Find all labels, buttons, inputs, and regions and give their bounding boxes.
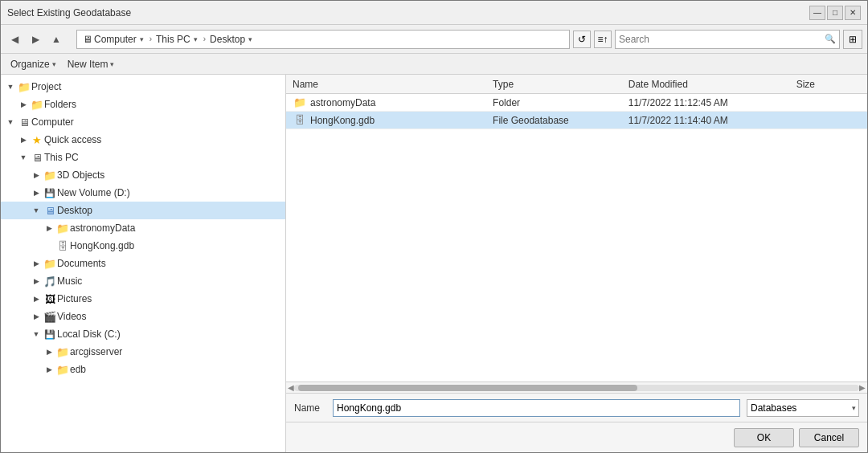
hongkong-name: HongKong.gdb — [310, 115, 375, 126]
scroll-left-arrow[interactable]: ◀ — [288, 383, 294, 392]
desktop-label: Desktop — [57, 205, 92, 216]
sidebar-item-new-volume[interactable]: ▶ 💾 New Volume (D:) — [1, 184, 285, 202]
path-sep1: › — [149, 35, 152, 43]
file-row-hongkong[interactable]: 🗄 HongKong.gdb File Geodatabase 11/7/202… — [286, 112, 867, 129]
computer-dropdown[interactable]: ▾ — [138, 35, 145, 43]
col-size-label: Size — [796, 79, 815, 90]
organize-label: Organize — [10, 59, 50, 70]
name-bar: Name Databases ▾ — [286, 393, 867, 422]
expand-folders[interactable]: ▶ — [17, 98, 30, 111]
3d-objects-icon: 📁 — [43, 168, 57, 182]
view-icon: ⊞ — [849, 34, 857, 45]
expand-this-pc[interactable]: ▼ — [17, 151, 30, 164]
expand-edb[interactable]: ▶ — [43, 363, 55, 376]
sidebar-item-astronomy-data[interactable]: ▶ 📁 astronomyData — [1, 219, 285, 237]
arcgisserver-icon: 📁 — [55, 345, 70, 359]
project-folder-icon: 📁 — [17, 80, 31, 94]
expand-new-volume[interactable]: ▶ — [30, 186, 43, 199]
expand-arcgisserver[interactable]: ▶ — [43, 345, 55, 358]
file-row-astronomy[interactable]: 📁 astronomyData Folder 11/7/2022 11:12:4… — [286, 94, 867, 112]
desktop-dropdown[interactable]: ▾ — [247, 35, 254, 43]
maximize-button[interactable]: □ — [827, 6, 843, 20]
sidebar-item-project[interactable]: ▼ 📁 Project — [1, 78, 285, 96]
sort-icon: ≡↑ — [597, 34, 608, 45]
organize-arrow: ▾ — [52, 60, 56, 68]
astronomy-name: astronomyData — [310, 97, 375, 108]
sidebar-item-pictures[interactable]: ▶ 🖼 Pictures — [1, 290, 285, 308]
sidebar-item-folders[interactable]: ▶ 📁 Folders — [1, 96, 285, 113]
organize-menu[interactable]: Organize ▾ — [6, 57, 61, 71]
edb-icon: 📁 — [55, 362, 70, 377]
minimize-button[interactable]: — — [809, 6, 825, 20]
expand-videos[interactable]: ▶ — [30, 310, 43, 323]
expand-music[interactable]: ▶ — [30, 275, 43, 288]
expand-quick-access[interactable]: ▶ — [17, 133, 30, 146]
scroll-thumb[interactable] — [298, 385, 637, 391]
music-label: Music — [57, 275, 82, 287]
up-button[interactable]: ▲ — [47, 31, 65, 48]
close-button[interactable]: ✕ — [845, 6, 861, 20]
sidebar-item-computer[interactable]: ▼ 🖥 Computer — [1, 113, 285, 131]
search-icon[interactable]: 🔍 — [825, 34, 836, 44]
hongkong-type: File Geodatabase — [493, 115, 569, 126]
ok-button[interactable]: OK — [734, 428, 794, 447]
expand-documents[interactable]: ▶ — [30, 257, 43, 270]
refresh-button[interactable]: ↺ — [573, 31, 591, 48]
col-header-type[interactable]: Type — [489, 79, 625, 90]
col-header-name[interactable]: Name — [289, 79, 489, 90]
col-header-date[interactable]: Date Modified — [625, 79, 793, 90]
content-area: ▼ 📁 Project ▶ 📁 Folders ▼ 🖥 Computer ▶ ★… — [1, 75, 867, 452]
path-desktop[interactable]: Desktop ▾ — [207, 33, 256, 46]
videos-label: Videos — [57, 311, 86, 322]
search-input[interactable] — [619, 34, 825, 45]
menubar: Organize ▾ New Item ▾ — [1, 54, 867, 75]
sidebar-item-desktop[interactable]: ▼ 🖥 Desktop — [1, 202, 285, 219]
expand-3d-objects[interactable]: ▶ — [30, 169, 43, 182]
select-geodatabase-dialog: Select Existing Geodatabase — □ ✕ ◀ ▶ ▲ … — [0, 0, 868, 453]
view-button[interactable]: ⊞ — [843, 30, 862, 49]
path-computer[interactable]: 🖥 Computer ▾ — [80, 33, 148, 46]
hongkong-row-icon: 🗄 — [293, 113, 307, 128]
name-input[interactable] — [333, 399, 740, 417]
forward-button[interactable]: ▶ — [27, 31, 44, 48]
scroll-right-arrow[interactable]: ▶ — [859, 383, 866, 392]
thispc-path-label: This PC — [156, 34, 190, 45]
expand-pictures[interactable]: ▶ — [30, 292, 43, 305]
toolbar: ◀ ▶ ▲ 🖥 Computer ▾ › This PC ▾ › Desktop… — [1, 25, 867, 54]
sidebar-item-3d-objects[interactable]: ▶ 📁 3D Objects — [1, 166, 285, 184]
cancel-label: Cancel — [814, 432, 844, 443]
sidebar-item-videos[interactable]: ▶ 🎬 Videos — [1, 308, 285, 325]
filter-wrapper: Databases ▾ — [747, 399, 859, 417]
expand-desktop[interactable]: ▼ — [30, 204, 43, 217]
back-button[interactable]: ◀ — [6, 31, 23, 48]
horizontal-scrollbar[interactable]: ◀ ▶ — [286, 382, 867, 393]
col-header-size[interactable]: Size — [793, 79, 864, 90]
expand-astronomy[interactable]: ▶ — [43, 222, 55, 235]
file-name-hongkong: 🗄 HongKong.gdb — [289, 113, 489, 128]
hongkong-gdb-label: HongKong.gdb — [70, 240, 134, 251]
sidebar-item-local-disk[interactable]: ▼ 💾 Local Disk (C:) — [1, 325, 285, 343]
col-type-label: Type — [493, 79, 514, 90]
new-item-menu[interactable]: New Item ▾ — [63, 57, 120, 71]
thispc-dropdown[interactable]: ▾ — [192, 35, 199, 43]
sidebar-item-this-pc[interactable]: ▼ 🖥 This PC — [1, 149, 285, 166]
local-disk-label: Local Disk (C:) — [57, 329, 121, 340]
filter-select[interactable]: Databases — [747, 399, 859, 417]
sidebar-item-edb[interactable]: ▶ 📁 edb — [1, 361, 285, 378]
path-thispc[interactable]: This PC ▾ — [154, 33, 202, 46]
sidebar-item-documents[interactable]: ▶ 📁 Documents — [1, 255, 285, 272]
sidebar-item-hongkong-gdb[interactable]: ▶ 🗄 HongKong.gdb — [1, 237, 285, 255]
expand-project[interactable]: ▼ — [4, 80, 17, 93]
expand-local-disk[interactable]: ▼ — [30, 328, 43, 341]
sort-button[interactable]: ≡↑ — [594, 31, 612, 48]
cancel-button[interactable]: Cancel — [799, 428, 859, 447]
sidebar-item-music[interactable]: ▶ 🎵 Music — [1, 272, 285, 290]
star-icon: ★ — [30, 133, 44, 147]
computer-path-label: Computer — [94, 34, 137, 45]
sidebar-item-quick-access[interactable]: ▶ ★ Quick access — [1, 131, 285, 149]
sidebar-item-arcgisserver[interactable]: ▶ 📁 arcgisserver — [1, 343, 285, 361]
arcgisserver-label: arcgisserver — [70, 346, 122, 357]
main-panel: Name Type Date Modified Size 📁 — [286, 75, 867, 452]
scroll-track[interactable] — [294, 385, 859, 391]
expand-computer[interactable]: ▼ — [4, 116, 17, 129]
